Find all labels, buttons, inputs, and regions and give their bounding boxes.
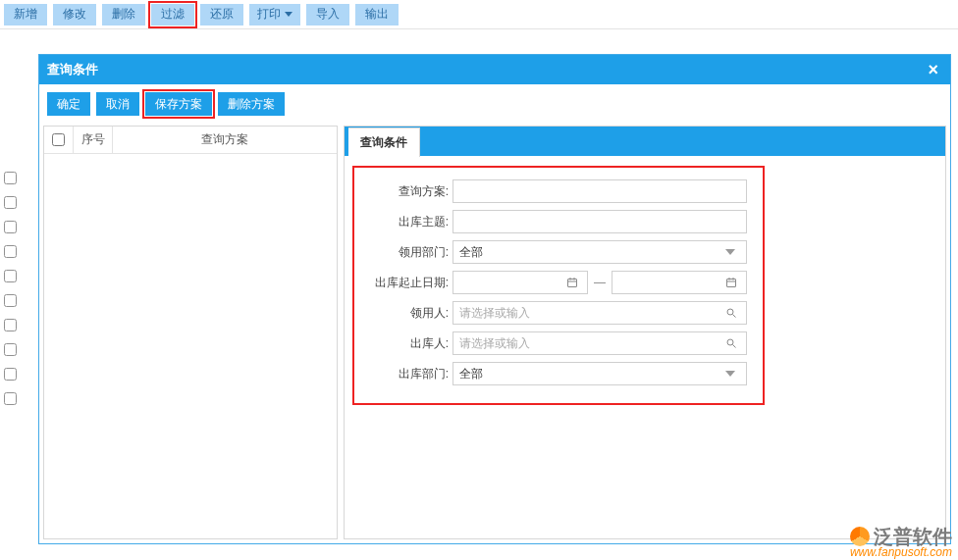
dialog-body: 序号 查询方案 查询条件 查询方案: 出库主题: [43,126,946,539]
cancel-button[interactable]: 取消 [96,92,139,116]
background-checkbox-column [4,172,29,405]
svg-rect-0 [568,280,577,287]
plan-list-header: 序号 查询方案 [44,127,337,154]
plan-list-panel: 序号 查询方案 [43,126,338,539]
restore-button[interactable]: 还原 [200,4,243,25]
subject-input[interactable] [452,210,747,233]
bg-row-checkbox [4,172,17,184]
criteria-form: 查询方案: 出库主题: 领用部门 [352,166,765,405]
bg-row-checkbox [4,270,17,282]
dialog-title: 查询条件 [47,61,98,78]
bg-row-checkbox [4,392,17,405]
plan-name-field[interactable] [459,180,740,202]
issuer-label: 出库人: [364,335,452,352]
collector-field[interactable] [459,302,721,324]
filter-button[interactable]: 过滤 [151,4,194,25]
search-icon[interactable] [721,337,740,349]
svg-point-8 [727,309,733,315]
calendar-icon[interactable] [564,277,581,288]
recv-dept-label: 领用部门: [364,244,452,261]
close-icon[interactable]: × [924,60,942,80]
criteria-panel: 查询条件 查询方案: 出库主题: [344,126,946,539]
bg-row-checkbox [4,319,17,331]
save-plan-button[interactable]: 保存方案 [145,92,212,116]
export-button[interactable]: 输出 [355,4,399,25]
svg-point-10 [727,339,733,345]
plan-name-label: 查询方案: [364,183,452,200]
bg-row-checkbox [4,196,17,209]
out-dept-value: 全部 [459,366,483,382]
plan-select-all-checkbox[interactable] [52,133,65,146]
date-to-field[interactable] [618,272,723,293]
chevron-down-icon[interactable] [720,249,740,255]
print-button[interactable]: 打印 [249,4,300,25]
subject-field[interactable] [459,211,740,232]
svg-line-11 [732,345,735,348]
dialog-toolbar: 确定取消保存方案删除方案 [39,84,950,124]
plan-select-all-cell[interactable] [44,127,74,153]
chevron-down-icon[interactable] [720,371,740,377]
svg-rect-4 [727,280,736,287]
calendar-icon[interactable] [723,277,740,288]
svg-line-9 [732,315,735,318]
collector-label: 领用人: [364,305,452,322]
delete-button[interactable]: 删除 [102,4,145,25]
out-dept-label: 出库部门: [364,366,452,382]
issuer-input[interactable] [452,331,747,355]
confirm-button[interactable]: 确定 [47,92,90,116]
bg-row-checkbox [4,343,17,356]
import-button[interactable]: 导入 [306,4,349,25]
criteria-tab-row: 查询条件 [345,127,945,156]
plan-col-name: 查询方案 [113,127,337,153]
bg-row-checkbox [4,368,17,381]
date-from-field[interactable] [459,272,564,293]
plan-name-input[interactable] [452,179,747,203]
query-dialog: 查询条件 × 确定取消保存方案删除方案 序号 查询方案 查询条件 查询方案: [38,54,951,544]
date-to-input[interactable] [612,271,747,294]
dialog-header: 查询条件 × [39,55,950,84]
delete-plan-button[interactable]: 删除方案 [218,92,285,116]
tab-criteria[interactable]: 查询条件 [348,127,420,157]
collector-input[interactable] [452,301,747,325]
bg-row-checkbox [4,245,17,258]
date-sep: — [592,276,608,289]
new-button[interactable]: 新增 [4,4,47,25]
top-toolbar: 新增修改删除过滤还原打印导入输出 [0,0,958,29]
edit-button[interactable]: 修改 [53,4,96,25]
recv-dept-select[interactable]: 全部 [452,240,747,264]
out-dept-select[interactable]: 全部 [452,362,747,385]
date-from-input[interactable] [452,271,588,294]
subject-label: 出库主题: [364,214,452,230]
search-icon[interactable] [721,307,740,319]
bg-row-checkbox [4,221,17,233]
issuer-field[interactable] [459,332,721,354]
recv-dept-value: 全部 [459,244,483,261]
bg-row-checkbox [4,294,17,307]
plan-col-number: 序号 [74,127,113,153]
date-range-label: 出库起止日期: [364,275,452,291]
brand-url: www.fanpusoft.com [850,546,952,558]
